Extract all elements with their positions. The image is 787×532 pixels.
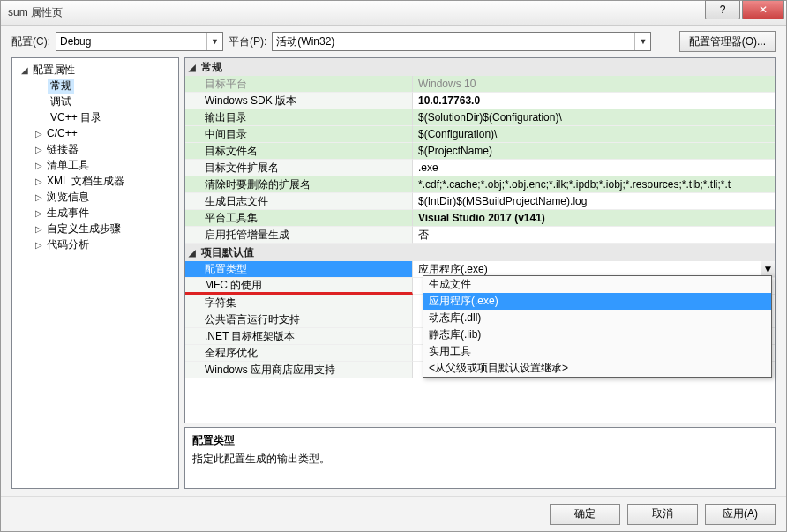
tree-item[interactable]: ▷生成事件 (14, 205, 176, 221)
tree-item[interactable]: ▷浏览信息 (14, 189, 176, 205)
collapse-icon: ◢ (19, 65, 30, 75)
collapse-icon: ◢ (189, 63, 201, 72)
property-value[interactable]: *.cdf;*.cache;*.obj;*.obj.enc;*.ilk;*.ip… (413, 176, 775, 193)
property-row[interactable]: Windows SDK 版本10.0.17763.0 (185, 93, 775, 109)
property-name: 字符集 (185, 295, 413, 311)
property-name: 公共语言运行时支持 (185, 311, 413, 328)
tree-item[interactable]: 常规 (14, 78, 176, 94)
dropdown-item[interactable]: 应用程序(.exe) (423, 293, 771, 310)
tree-item[interactable]: VC++ 目录 (14, 109, 176, 125)
expand-icon: ▷ (34, 145, 44, 154)
property-value[interactable]: .exe (413, 160, 775, 176)
toolbar: 配置(C): Debug ▼ 平台(P): 活动(Win32) ▼ 配置管理器(… (1, 26, 786, 57)
property-name: 生成日志文件 (185, 193, 413, 210)
tree-root[interactable]: ◢配置属性 (14, 62, 176, 78)
collapse-icon: ◢ (189, 248, 201, 258)
property-value[interactable]: $(ProjectName) (413, 143, 775, 160)
description-text: 指定此配置生成的输出类型。 (192, 452, 768, 467)
tree-item[interactable]: ▷代码分析 (14, 236, 176, 252)
dropdown-item[interactable]: 实用工具 (423, 343, 771, 360)
dropdown-item[interactable]: 静态库(.lib) (423, 326, 771, 343)
property-row[interactable]: 启用托管增量生成否 (185, 227, 775, 244)
description-title: 配置类型 (192, 433, 768, 448)
category-tree[interactable]: ◢配置属性常规调试VC++ 目录▷C/C++▷链接器▷清单工具▷XML 文档生成… (11, 57, 179, 489)
tree-item[interactable]: ▷C/C++ (14, 125, 176, 141)
dropdown-item[interactable]: 动态库(.dll) (423, 310, 771, 326)
property-row[interactable]: 中间目录$(Configuration)\ (185, 126, 775, 143)
tree-item[interactable]: ▷自定义生成步骤 (14, 221, 176, 236)
property-value[interactable]: 否 (413, 227, 775, 244)
property-value[interactable]: $(Configuration)\ (413, 126, 775, 143)
property-name: Windows SDK 版本 (185, 93, 413, 109)
expand-icon: ▷ (34, 129, 44, 139)
config-value: Debug (60, 35, 91, 48)
cancel-button[interactable]: 取消 (627, 504, 698, 525)
chevron-down-icon: ▼ (763, 263, 774, 275)
property-value[interactable]: $(IntDir)$(MSBuildProjectName).log (413, 193, 775, 210)
group-header[interactable]: ◢项目默认值 (185, 244, 775, 261)
property-name: 清除时要删除的扩展名 (185, 176, 413, 193)
property-value[interactable]: 10.0.17763.0 (413, 93, 775, 109)
property-name: 目标文件扩展名 (185, 160, 413, 176)
description-box: 配置类型 指定此配置生成的输出类型。 (184, 427, 776, 489)
property-name: 平台工具集 (185, 210, 413, 227)
chevron-down-icon: ▼ (634, 33, 647, 50)
property-name: 输出目录 (185, 109, 413, 126)
property-value[interactable]: Visual Studio 2017 (v141) (413, 210, 775, 227)
property-name: 全程序优化 (185, 345, 413, 362)
property-value[interactable]: Windows 10 (413, 76, 775, 93)
close-icon: ✕ (759, 4, 768, 16)
property-name: .NET 目标框架版本 (185, 328, 413, 345)
close-button[interactable]: ✕ (742, 0, 784, 19)
help-icon: ? (720, 4, 726, 16)
property-name: 中间目录 (185, 126, 413, 143)
expand-icon: ▷ (34, 161, 44, 170)
tree-item[interactable]: ▷XML 文档生成器 (14, 173, 176, 189)
property-row[interactable]: 清除时要删除的扩展名*.cdf;*.cache;*.obj;*.obj.enc;… (185, 176, 775, 193)
titlebar-buttons: ? ✕ (705, 1, 786, 25)
platform-combo[interactable]: 活动(Win32) ▼ (272, 32, 651, 51)
config-combo[interactable]: Debug ▼ (56, 32, 223, 51)
property-name: 目标平台 (185, 76, 413, 93)
config-manager-button[interactable]: 配置管理器(O)... (679, 31, 776, 52)
property-name: 配置类型 (185, 261, 413, 278)
window-title: sum 属性页 (8, 5, 63, 20)
expand-icon: ▷ (34, 192, 44, 202)
group-header[interactable]: ◢常规 (185, 58, 775, 76)
apply-button[interactable]: 应用(A) (705, 504, 776, 525)
expand-icon: ▷ (34, 208, 44, 218)
expand-icon: ▷ (34, 176, 44, 186)
config-type-dropdown[interactable]: 生成文件应用程序(.exe)动态库(.dll)静态库(.lib)实用工具<从父级… (423, 275, 772, 378)
dropdown-item[interactable]: 生成文件 (423, 276, 771, 293)
property-row[interactable]: 平台工具集Visual Studio 2017 (v141) (185, 210, 775, 227)
property-name: Windows 应用商店应用支持 (185, 362, 413, 378)
tree-item[interactable]: 调试 (14, 94, 176, 109)
property-row[interactable]: 生成日志文件$(IntDir)$(MSBuildProjectName).log (185, 193, 775, 210)
platform-value: 活动(Win32) (276, 34, 334, 49)
platform-label: 平台(P): (229, 34, 266, 49)
titlebar: sum 属性页 ? ✕ (1, 1, 786, 26)
property-row[interactable]: 输出目录$(SolutionDir)$(Configuration)\ (185, 109, 775, 126)
footer: 确定 取消 应用(A) (1, 496, 786, 531)
right-pane: ◢常规目标平台Windows 10Windows SDK 版本10.0.1776… (184, 57, 776, 489)
property-name: 目标文件名 (185, 143, 413, 160)
config-label: 配置(C): (11, 34, 50, 49)
help-button[interactable]: ? (705, 0, 740, 19)
ok-button[interactable]: 确定 (550, 504, 620, 525)
property-row[interactable]: 目标文件名$(ProjectName) (185, 143, 775, 160)
property-name: MFC 的使用 (185, 278, 413, 295)
property-value[interactable]: $(SolutionDir)$(Configuration)\ (413, 109, 775, 126)
property-name: 启用托管增量生成 (185, 227, 413, 244)
chevron-down-icon: ▼ (206, 33, 219, 50)
property-row[interactable]: 目标平台Windows 10 (185, 76, 775, 93)
expand-icon: ▷ (34, 240, 44, 250)
tree-item[interactable]: ▷链接器 (14, 141, 176, 157)
tree-item[interactable]: ▷清单工具 (14, 157, 176, 173)
dropdown-item[interactable]: <从父级或项目默认设置继承> (423, 360, 771, 377)
expand-icon: ▷ (34, 224, 44, 234)
property-row[interactable]: 目标文件扩展名.exe (185, 160, 775, 176)
property-page-window: sum 属性页 ? ✕ 配置(C): Debug ▼ 平台(P): 活动(Win… (0, 0, 787, 532)
